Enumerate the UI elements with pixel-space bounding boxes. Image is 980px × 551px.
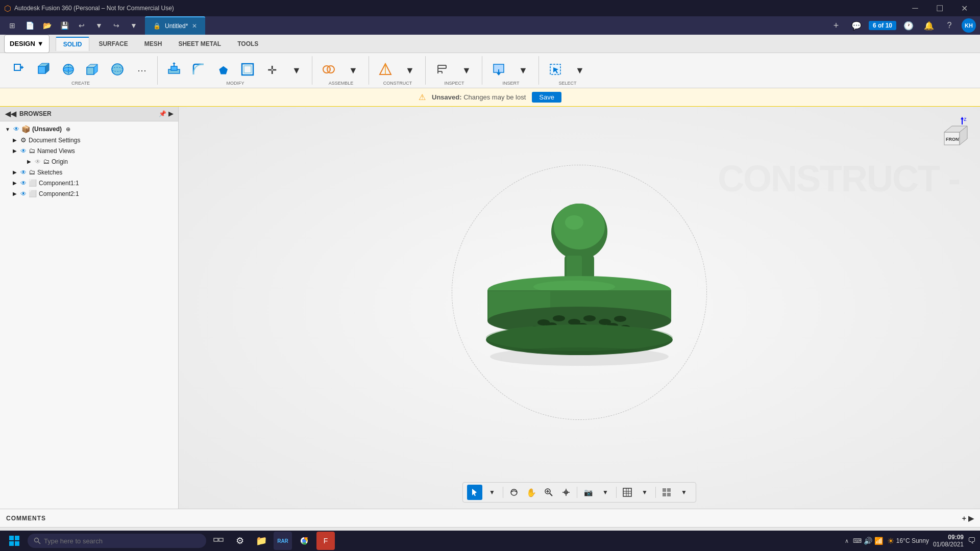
inspect-more-btn[interactable]: ▼ [455, 59, 478, 82]
comp1-visibility-icon[interactable]: 👁 [20, 180, 27, 187]
apps-button[interactable]: ⊞ [4, 17, 20, 34]
doc-settings-toggle[interactable]: ▶ [11, 137, 18, 144]
grid-btn[interactable] [620, 485, 635, 500]
create-more-btn[interactable]: ⋯ [131, 59, 153, 82]
tab-sheet-metal[interactable]: SHEET METAL [171, 37, 228, 51]
modify-more-btn[interactable]: ▼ [285, 59, 308, 82]
settings-taskbar-btn[interactable]: ⚙ [231, 532, 249, 550]
redo-dropdown[interactable]: ▼ [126, 17, 142, 34]
close-button[interactable]: ✕ [952, 0, 976, 16]
comp2-visibility-icon[interactable]: 👁 [20, 190, 27, 197]
detail-display-btn[interactable] [659, 485, 674, 500]
root-options[interactable]: ⊕ [66, 126, 70, 133]
named-views-toggle[interactable]: ▶ [11, 147, 18, 155]
display-mode-btn[interactable]: 📷 [580, 485, 596, 500]
system-tray-expand[interactable]: ∧ [845, 538, 849, 544]
viewport[interactable]: CONSTRUCT - [179, 107, 980, 509]
extrude-btn[interactable] [33, 59, 55, 82]
orbit-btn[interactable] [506, 485, 522, 500]
new-button[interactable]: 📄 [21, 17, 38, 34]
origin-visibility-icon[interactable]: 👁 [35, 158, 41, 165]
browser-expand-icon[interactable]: ▶ [168, 110, 173, 117]
notification-center-icon[interactable]: 🗨 [968, 536, 976, 545]
save-button[interactable]: 💾 [56, 17, 72, 34]
tree-item-origin[interactable]: ▶ 👁 🗂 Origin [21, 156, 178, 167]
undo-button[interactable]: ↩ [74, 17, 90, 34]
minimize-button[interactable]: ─ [903, 0, 927, 16]
tree-item-sketches[interactable]: ▶ 👁 🗂 Sketches [7, 167, 178, 178]
fusion-taskbar-btn[interactable]: F [316, 532, 335, 550]
browser-pin-icon[interactable]: 📌 [159, 110, 166, 117]
inspect-btn[interactable] [431, 59, 453, 82]
file-tab-close[interactable]: ✕ [192, 22, 197, 30]
named-views-visibility-icon[interactable]: 👁 [20, 147, 27, 155]
construct-btn[interactable] [374, 59, 397, 82]
volume-icon[interactable]: 🔊 [864, 537, 872, 545]
tab-surface[interactable]: SURFACE [91, 37, 135, 51]
move-btn[interactable]: ✛ [261, 59, 283, 82]
chrome-btn[interactable] [295, 532, 313, 550]
press-pull-btn[interactable] [163, 59, 185, 82]
rar-btn[interactable]: RAR [274, 532, 292, 550]
shell-btn[interactable] [236, 59, 259, 82]
revolve-btn[interactable] [57, 59, 80, 82]
notifications-button[interactable]: 🔔 [921, 17, 937, 34]
select-mode-btn[interactable] [467, 485, 482, 500]
sphere-btn[interactable] [106, 59, 129, 82]
tab-solid[interactable]: SOLID [56, 37, 90, 51]
box-btn[interactable] [82, 59, 104, 82]
undo-dropdown[interactable]: ▼ [91, 17, 107, 34]
tree-item-named-views[interactable]: ▶ 👁 🗂 Named Views [7, 145, 178, 156]
zoom-btn[interactable] [541, 485, 556, 500]
look-at-btn[interactable] [558, 485, 574, 500]
chat-button[interactable]: 💬 [848, 17, 865, 34]
root-toggle[interactable]: ▼ [4, 126, 11, 133]
search-input[interactable] [44, 537, 187, 545]
network-icon[interactable]: 📶 [874, 537, 883, 545]
keyboard-icon[interactable]: ⌨ [853, 537, 862, 544]
viewport-canvas[interactable]: CONSTRUCT - [179, 107, 980, 509]
tree-item-document-settings[interactable]: ▶ ⚙ Document Settings [7, 135, 178, 145]
tab-tools[interactable]: TOOLS [230, 37, 265, 51]
design-dropdown[interactable]: DESIGN ▼ [4, 35, 50, 53]
clock-button[interactable]: 🕐 [900, 17, 917, 34]
tab-mesh[interactable]: MESH [137, 37, 169, 51]
pan-btn[interactable]: ✋ [524, 485, 539, 500]
tree-item-component2[interactable]: ▶ 👁 ⬜ Component2:1 [7, 188, 178, 199]
redo-button[interactable]: ↪ [108, 17, 125, 34]
view-options-btn[interactable]: ▼ [484, 485, 500, 500]
chamfer-btn[interactable]: ⬟ [212, 59, 234, 82]
new-component-btn[interactable] [8, 59, 31, 82]
sketches-visibility-icon[interactable]: 👁 [20, 169, 27, 176]
select-more-btn[interactable]: ▼ [569, 59, 591, 82]
comments-add-icon[interactable]: + [962, 514, 966, 522]
user-avatar[interactable]: KH [962, 18, 976, 33]
file-tab[interactable]: 🔒 Untitled* ✕ [145, 16, 205, 35]
display-dropdown[interactable]: ▼ [598, 485, 613, 500]
comp2-toggle[interactable]: ▶ [11, 190, 18, 197]
root-visibility-icon[interactable]: 👁 [13, 126, 19, 133]
insert-more-btn[interactable]: ▼ [512, 59, 534, 82]
fillet-btn[interactable] [187, 59, 210, 82]
start-button[interactable] [4, 531, 24, 551]
collapse-icon[interactable]: ◀◀ [5, 110, 16, 118]
construct-more-btn[interactable]: ▼ [399, 59, 421, 82]
view-cube[interactable]: Z FRONT [929, 117, 970, 158]
grid-dropdown[interactable]: ▼ [637, 485, 652, 500]
tree-item-component1[interactable]: ▶ 👁 ⬜ Component1:1 [7, 178, 178, 188]
sketches-toggle[interactable]: ▶ [11, 169, 18, 176]
task-view-btn[interactable] [209, 532, 228, 550]
insert-btn[interactable] [487, 59, 510, 82]
assemble-more-btn[interactable]: ▼ [342, 59, 364, 82]
detail-dropdown[interactable]: ▼ [676, 485, 692, 500]
origin-toggle[interactable]: ▶ [26, 158, 33, 165]
tree-root[interactable]: ▼ 👁 📦 (Unsaved) ⊕ [0, 123, 178, 135]
add-tab-button[interactable]: + [828, 17, 844, 34]
save-now-button[interactable]: Save [532, 92, 561, 103]
comp1-toggle[interactable]: ▶ [11, 180, 18, 187]
search-box[interactable] [28, 534, 206, 548]
select-btn[interactable] [544, 59, 567, 82]
open-button[interactable]: 📂 [39, 17, 55, 34]
comments-expand-icon[interactable]: ▶ [968, 514, 974, 522]
system-clock[interactable]: 09:09 01/08/2021 [933, 534, 964, 548]
